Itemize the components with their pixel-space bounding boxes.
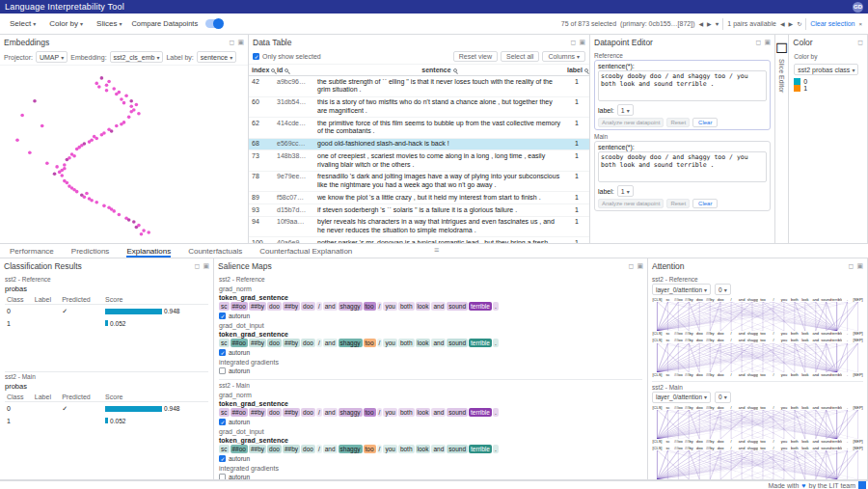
maximize-icon[interactable]: ◻: [195, 262, 201, 270]
salience-token[interactable]: look: [416, 445, 431, 453]
embedding-point[interactable]: [60, 174, 64, 177]
table-row[interactable]: 62414cde…the primitive force of this fil…: [249, 118, 589, 139]
attention-head-select[interactable]: 0▾: [715, 392, 731, 403]
search-icon[interactable]: [584, 68, 588, 72]
salience-token[interactable]: /: [316, 445, 322, 453]
maximize-icon[interactable]: ◻: [629, 262, 635, 270]
salience-token[interactable]: shaggy: [339, 339, 363, 347]
embedding-point[interactable]: [33, 99, 37, 103]
popout-icon[interactable]: ▣: [637, 262, 643, 270]
embedding-point[interactable]: [127, 116, 131, 120]
maximize-icon[interactable]: ◻: [571, 39, 577, 46]
salience-token[interactable]: terrible: [469, 339, 492, 347]
salience-token[interactable]: too: [364, 445, 376, 453]
salience-token[interactable]: you: [383, 339, 396, 347]
embedding-point[interactable]: [120, 97, 123, 101]
embedding-point[interactable]: [107, 80, 111, 84]
embedding-point[interactable]: [112, 87, 116, 91]
swap-pair-icon[interactable]: ↻: [797, 20, 801, 27]
salience-token[interactable]: too: [364, 339, 376, 347]
embedding-point[interactable]: [66, 181, 69, 185]
salience-token[interactable]: shaggy: [339, 445, 363, 453]
embedding-point[interactable]: [15, 138, 19, 142]
embedding-point[interactable]: [105, 83, 109, 87]
salience-token[interactable]: look: [416, 408, 431, 417]
slice-editor-collapsed[interactable]: ◻ Slice Editor: [775, 35, 789, 244]
salience-token[interactable]: ##by: [283, 408, 300, 417]
embedding-point[interactable]: [72, 154, 76, 158]
embedding-point[interactable]: [63, 167, 67, 171]
drag-handle-icon[interactable]: ≡: [434, 245, 439, 255]
embedding-point[interactable]: [58, 171, 62, 175]
columns-button[interactable]: Columns ▾: [542, 51, 585, 62]
salience-token[interactable]: /: [316, 302, 322, 311]
salience-token[interactable]: terrible: [469, 408, 492, 417]
tab-explanations[interactable]: Explanations: [126, 244, 171, 258]
embedding-point[interactable]: [127, 218, 131, 222]
salience-token[interactable]: .: [493, 408, 499, 417]
table-row[interactable]: 9410f9aa…byler reveals his characters in…: [249, 216, 589, 237]
table-row[interactable]: 89f58c07…we know the plot 's a little cr…: [249, 192, 589, 204]
maximize-icon[interactable]: ◻: [756, 39, 762, 46]
salience-token[interactable]: look: [416, 302, 431, 311]
embedding-point[interactable]: [95, 201, 98, 204]
salience-token[interactable]: doo: [267, 302, 282, 311]
salience-token[interactable]: .: [493, 445, 499, 453]
embedding-point[interactable]: [129, 105, 133, 109]
embedding-point[interactable]: [115, 93, 119, 96]
autorun-checkbox[interactable]: autorun: [219, 474, 642, 479]
salience-token[interactable]: too: [364, 408, 376, 417]
embedding-point[interactable]: [97, 85, 101, 89]
salience-token[interactable]: ##oo: [231, 339, 248, 347]
embedding-select[interactable]: sst2_cls_emb▾: [110, 51, 164, 63]
projector-select[interactable]: UMAP▾: [36, 51, 68, 63]
salience-token[interactable]: and: [431, 408, 446, 417]
salience-token[interactable]: and: [323, 408, 338, 417]
search-icon[interactable]: [271, 68, 275, 72]
data-table-scroll[interactable]: index id sentence label 42a9bc96…the sub…: [249, 65, 589, 243]
salience-token[interactable]: and: [323, 445, 338, 453]
salience-token[interactable]: /: [316, 339, 322, 347]
salience-token[interactable]: sound: [447, 445, 468, 453]
embedding-point[interactable]: [135, 226, 139, 230]
popout-icon[interactable]: ▣: [579, 39, 585, 46]
embedding-point[interactable]: [83, 142, 87, 146]
attention-head-select[interactable]: 0▾: [715, 284, 731, 295]
embedding-point[interactable]: [55, 165, 59, 169]
table-row[interactable]: 73148b38…one of creepiest , scariest mov…: [249, 150, 589, 172]
embedding-point[interactable]: [63, 163, 67, 167]
prev-datapoint-icon[interactable]: ◀: [698, 20, 703, 27]
salience-token[interactable]: shaggy: [339, 408, 363, 417]
table-row[interactable]: 789e79ee…fresnadillo 's dark and jolting…: [249, 171, 589, 192]
embedding-point[interactable]: [105, 89, 109, 93]
color-by-menu[interactable]: Color by▾: [45, 17, 87, 30]
salience-token[interactable]: and: [323, 339, 338, 347]
embedding-point[interactable]: [129, 99, 133, 103]
next-datapoint-icon[interactable]: ▶: [707, 20, 712, 27]
prev-pair-icon[interactable]: ◀: [780, 20, 785, 27]
salience-token[interactable]: ##by: [283, 302, 300, 311]
table-row[interactable]: 68e569cc…good old-fashioned slash-and-ha…: [249, 138, 589, 150]
salience-token[interactable]: doo: [267, 408, 282, 417]
table-row[interactable]: 42a9bc96…the subtle strength of `` ellin…: [249, 76, 589, 97]
maximize-icon[interactable]: ◻: [849, 262, 854, 270]
embedding-point[interactable]: [129, 110, 133, 114]
column-header-sentence[interactable]: sentence: [314, 65, 564, 76]
salience-token[interactable]: /: [377, 302, 383, 311]
salience-token[interactable]: you: [383, 445, 396, 453]
embedding-point[interactable]: [140, 232, 144, 236]
autorun-checkbox[interactable]: autorun: [219, 367, 642, 374]
salience-token[interactable]: terrible: [469, 445, 492, 453]
clear-selection-icon[interactable]: ×: [858, 21, 862, 27]
tab-counterfactuals[interactable]: Counterfactuals: [188, 244, 242, 258]
salience-token[interactable]: ##by: [249, 445, 266, 453]
favorite-icon[interactable]: ♥: [716, 21, 719, 27]
maximize-icon[interactable]: ◻: [857, 39, 863, 46]
embedding-point[interactable]: [83, 195, 87, 199]
embedding-point[interactable]: [100, 76, 104, 80]
salience-token[interactable]: ##oo: [231, 408, 248, 417]
popout-icon[interactable]: ▣: [237, 39, 244, 46]
sentence-textarea[interactable]: scooby dooby doo / and shaggy too / you …: [598, 70, 767, 101]
tab-counterfactual-explanation[interactable]: Counterfactual Explanation: [259, 244, 352, 258]
salience-token[interactable]: sound: [447, 408, 468, 417]
